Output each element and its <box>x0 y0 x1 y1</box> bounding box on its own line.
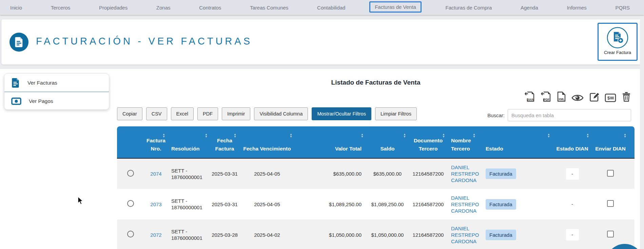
send-dian-checkbox[interactable] <box>607 231 614 237</box>
send-dian-checkbox[interactable] <box>607 200 614 207</box>
create-invoice-button[interactable]: Crear Factura <box>598 23 638 61</box>
cell-saldo: $635,000.00 <box>366 158 409 189</box>
invoice-icon <box>11 78 20 88</box>
sort-icon[interactable]: ▲▼ <box>234 133 236 138</box>
nav-item-propiedades[interactable]: Propiedades <box>94 2 132 13</box>
nav-item-pqrs[interactable]: PQRS <box>610 2 635 13</box>
row-select-radio[interactable] <box>127 200 134 207</box>
cell-factura_nro: 2074 <box>144 158 168 189</box>
view-icon[interactable] <box>571 93 584 102</box>
pdf-download-icon[interactable]: PDF <box>540 91 551 102</box>
payment-check-icon[interactable]: $ <box>605 93 616 102</box>
limpiar-filtros-button[interactable]: Limpiar Filtros <box>375 107 417 120</box>
sort-icon[interactable]: ▲▼ <box>361 133 364 138</box>
row-select-radio[interactable] <box>127 231 134 237</box>
search-input[interactable] <box>508 109 631 121</box>
csv-button[interactable]: CSV <box>146 107 167 120</box>
sort-icon[interactable]: ▲▼ <box>547 133 550 138</box>
cell-fecha_factura: 2025-03-31 <box>210 189 239 219</box>
imprimir-button[interactable]: Imprimir <box>222 107 250 120</box>
column-header-documento_tercero[interactable]: Documento Tercero▲▼ <box>409 126 448 158</box>
table-row: 2072SETT - 187600000012025-03-282025-04-… <box>117 219 635 249</box>
nav-item-facturas-de-compra[interactable]: Facturas de Compra <box>441 2 497 13</box>
sort-icon[interactable]: ▲▼ <box>473 133 475 138</box>
copiar-button[interactable]: Copiar <box>117 107 142 120</box>
page-scrollbar[interactable] <box>640 15 644 249</box>
sidebar-item-label: Ver Facturas <box>27 80 57 86</box>
nav-item-contabilidad[interactable]: Contabilidad <box>312 2 350 13</box>
invoices-table-container: Factura Nro.▲▼Resolución▲▼Fecha Factura▲… <box>117 126 635 249</box>
sort-icon[interactable]: ▲▼ <box>162 133 165 138</box>
third-party-name-link[interactable]: DANIEL RESTREPO CARDONA <box>451 195 479 214</box>
payment-icon <box>11 97 21 105</box>
invoices-table: Factura Nro.▲▼Resolución▲▼Fecha Factura▲… <box>117 126 635 249</box>
column-header-enviar_dian[interactable]: Enviar DIAN▲▼ <box>592 126 629 158</box>
third-party-name-link[interactable]: DANIEL RESTREPO CARDONA <box>451 164 479 183</box>
cell-valor_total: $635,000.00 <box>295 158 366 189</box>
cell-estado_dian: - <box>553 219 592 249</box>
column-header-estado_dian[interactable]: Estado DIAN▲▼ <box>553 126 592 158</box>
column-header-nombre_tercero[interactable]: Nombre Tercero▲▼ <box>448 126 478 158</box>
sidebar-item-ver-pagos[interactable]: Ver Pagos <box>4 92 109 110</box>
column-header-factura_nro[interactable]: Factura Nro.▲▼ <box>144 126 168 158</box>
cell-estado: Facturada <box>478 158 553 189</box>
send-dian-checkbox[interactable] <box>607 170 614 177</box>
table-row: 2074SETT - 187600000012025-03-312025-04-… <box>117 158 635 189</box>
row-action-icons: DIAN PDF XML $ <box>524 91 631 102</box>
row-select-radio[interactable] <box>127 170 134 177</box>
column-header-estado[interactable]: Estado▲▼ <box>478 126 553 158</box>
search-label: Buscar: <box>487 112 505 118</box>
nav-item-inicio[interactable]: Inicio <box>5 2 27 13</box>
invoice-number-link[interactable]: 2074 <box>150 171 161 177</box>
nav-item-terceros[interactable]: Terceros <box>46 2 75 13</box>
sidebar-menu: Ver Facturas Ver Pagos <box>4 73 109 110</box>
mostrar-ocultar-filtros-button[interactable]: Mostrar/Ocultar Filtros <box>312 107 371 120</box>
nav-item-tareas-comunes[interactable]: Tareas Comunes <box>245 2 293 13</box>
sort-icon[interactable]: ▲▼ <box>205 133 208 138</box>
status-badge: Facturada <box>486 199 516 210</box>
xml-file-icon[interactable]: XML <box>557 91 566 102</box>
sidebar-item-label: Ver Pagos <box>29 98 53 104</box>
column-header-resolucion[interactable]: Resolución▲▼ <box>168 126 210 158</box>
svg-text:XML: XML <box>559 97 565 101</box>
invoice-number-link[interactable]: 2073 <box>150 201 161 207</box>
cell-saldo: $1,089,250.00 <box>366 189 409 219</box>
third-party-name-link[interactable]: DANIEL RESTREPO CARDONA <box>451 225 479 245</box>
cell-estado_dian: - <box>553 189 592 219</box>
dian-status-value: - <box>566 198 579 210</box>
cell-cutoff <box>629 189 635 219</box>
cell-valor_total: $1,089,250.00 <box>295 189 366 219</box>
excel-button[interactable]: Excel <box>171 107 194 120</box>
invoice-number-link[interactable]: 2072 <box>150 232 161 238</box>
sort-icon[interactable]: ▲▼ <box>442 133 445 138</box>
edit-icon[interactable] <box>589 92 599 102</box>
cell-sel <box>117 189 144 219</box>
column-header-fecha_vencimiento[interactable]: Fecha Vencimiento▲▼ <box>239 126 295 158</box>
column-header-valor_total[interactable]: Valor Total▲▼ <box>295 126 366 158</box>
sort-icon[interactable]: ▲▼ <box>403 133 406 138</box>
table-toolbar: CopiarCSVExcelPDFImprimirVisibilidad Col… <box>117 107 417 120</box>
nav-item-contratos[interactable]: Contratos <box>194 2 226 13</box>
create-invoice-icon <box>606 26 629 49</box>
cell-enviar_dian <box>592 158 629 189</box>
cell-fecha_factura: 2025-03-28 <box>210 219 239 249</box>
cell-estado_dian: - <box>553 158 592 189</box>
sort-icon[interactable]: ▲▼ <box>586 133 589 138</box>
cell-fecha_factura: 2025-03-31 <box>210 158 239 189</box>
dian-download-icon[interactable]: DIAN <box>524 91 535 102</box>
visibilidad-columna-button[interactable]: Visibilidad Columna <box>254 107 308 120</box>
page-title: FACTURACIÓN - VER FACTURAS <box>36 36 252 47</box>
sort-icon[interactable]: ▲▼ <box>290 133 292 138</box>
nav-item-informes[interactable]: Informes <box>562 2 591 13</box>
nav-item-facturas-de-venta[interactable]: Facturas de Venta <box>369 1 422 13</box>
invoice-logo-icon <box>14 37 24 48</box>
column-header-saldo[interactable]: Saldo▲▼ <box>366 126 409 158</box>
column-header-fecha_factura[interactable]: Fecha Factura▲▼ <box>210 126 239 158</box>
cell-resolucion: SETT - 18760000001 <box>168 219 210 249</box>
sidebar-item-ver-facturas[interactable]: Ver Facturas <box>4 74 109 92</box>
nav-item-agenda[interactable]: Agenda <box>516 2 543 13</box>
nav-item-zonas[interactable]: Zonas <box>152 2 175 13</box>
pdf-button[interactable]: PDF <box>197 107 218 120</box>
sort-icon[interactable]: ▲▼ <box>624 133 626 138</box>
delete-icon[interactable] <box>622 91 631 102</box>
